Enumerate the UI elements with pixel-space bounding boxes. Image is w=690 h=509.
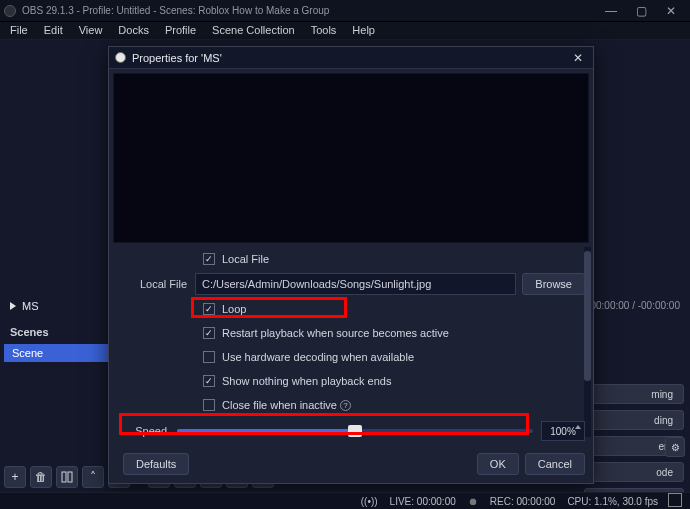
right-button-2[interactable]: era⚙ (584, 436, 684, 456)
menu-scene-collection[interactable]: Scene Collection (204, 22, 303, 39)
right-button-0[interactable]: ming (584, 384, 684, 404)
cancel-button[interactable]: Cancel (525, 453, 585, 475)
columns-icon (61, 471, 73, 483)
local-file-checkbox[interactable] (203, 253, 215, 265)
restart-label: Restart playback when source becomes act… (222, 327, 449, 339)
right-button-3[interactable]: ode (584, 462, 684, 482)
local-file-path-input[interactable] (195, 273, 516, 295)
ok-button[interactable]: OK (477, 453, 519, 475)
browse-button[interactable]: Browse (522, 273, 585, 295)
menu-file[interactable]: File (2, 22, 36, 39)
remove-scene-button[interactable]: 🗑 (30, 466, 52, 488)
help-icon[interactable]: ? (340, 400, 351, 411)
obs-logo-icon (115, 52, 126, 63)
dialog-close-button[interactable]: ✕ (569, 51, 587, 65)
defaults-button[interactable]: Defaults (123, 453, 189, 475)
menu-view[interactable]: View (71, 22, 111, 39)
menu-profile[interactable]: Profile (157, 22, 204, 39)
title-bar: OBS 29.1.3 - Profile: Untitled - Scenes:… (0, 0, 690, 22)
local-file-checkbox-label: Local File (222, 253, 269, 265)
speed-label: Speed (117, 425, 175, 437)
workspace: MS Scenes Scene 00:00:00 / -00:00:00 min… (0, 40, 690, 492)
gear-icon[interactable]: ⚙ (665, 437, 685, 457)
source-name: MS (22, 300, 39, 312)
restart-checkbox[interactable] (203, 327, 215, 339)
scenes-panel-label: Scenes (4, 322, 112, 342)
loop-checkbox[interactable] (203, 303, 215, 315)
dialog-button-bar: Defaults OK Cancel (117, 453, 585, 475)
window-title: OBS 29.1.3 - Profile: Untitled - Scenes:… (22, 5, 596, 16)
hwdecode-label: Use hardware decoding when available (222, 351, 414, 363)
menu-docks[interactable]: Docks (110, 22, 157, 39)
menu-help[interactable]: Help (344, 22, 383, 39)
maximize-button[interactable]: ▢ (626, 4, 656, 18)
properties-dialog: Properties for 'MS' ✕ Local File Local F… (108, 46, 594, 484)
closeinactive-label: Close file when inactive (222, 399, 337, 411)
speed-slider[interactable] (177, 429, 533, 433)
playback-time: 00:00:00 / -00:00:00 (590, 300, 680, 311)
dock-icon[interactable] (670, 495, 682, 507)
status-bar: ((•)) LIVE: 00:00:00 ⏺ REC: 00:00:00 CPU… (0, 492, 690, 509)
source-preview (113, 73, 589, 243)
live-status: LIVE: 00:00:00 (390, 496, 456, 507)
properties-form: Local File Local File Browse Loop Restar… (109, 247, 593, 441)
left-column: MS Scenes Scene (4, 296, 112, 362)
menu-tools[interactable]: Tools (303, 22, 345, 39)
scene-item-selected[interactable]: Scene (4, 344, 112, 362)
rec-indicator-icon: ⏺ (468, 496, 478, 507)
svg-rect-1 (68, 472, 72, 482)
right-controls: ming ding era⚙ ode Settings Exit (584, 384, 684, 509)
speed-value-spinner[interactable]: 100% (541, 421, 585, 441)
local-file-label: Local File (117, 278, 195, 290)
scene-up-button[interactable]: ˄ (82, 466, 104, 488)
dialog-title: Properties for 'MS' (132, 52, 569, 64)
dialog-titlebar: Properties for 'MS' ✕ (109, 47, 593, 69)
slider-fill (177, 429, 355, 433)
shownothing-checkbox[interactable] (203, 375, 215, 387)
loop-label: Loop (222, 303, 246, 315)
hwdecode-checkbox[interactable] (203, 351, 215, 363)
menu-bar: File Edit View Docks Profile Scene Colle… (0, 22, 690, 40)
menu-edit[interactable]: Edit (36, 22, 71, 39)
add-scene-button[interactable]: + (4, 466, 26, 488)
network-icon: ((•)) (361, 496, 378, 507)
shownothing-label: Show nothing when playback ends (222, 375, 391, 387)
minimize-button[interactable]: — (596, 4, 626, 18)
close-button[interactable]: ✕ (656, 4, 686, 18)
cpu-status: CPU: 1.1%, 30.0 fps (567, 496, 658, 507)
svg-rect-0 (62, 472, 66, 482)
right-button-1[interactable]: ding (584, 410, 684, 430)
source-row[interactable]: MS (4, 296, 112, 316)
scene-filter-button[interactable] (56, 466, 78, 488)
play-icon (10, 302, 16, 310)
closeinactive-checkbox[interactable] (203, 399, 215, 411)
obs-logo-icon (4, 5, 16, 17)
slider-thumb[interactable] (348, 425, 362, 437)
rec-status: REC: 00:00:00 (490, 496, 556, 507)
